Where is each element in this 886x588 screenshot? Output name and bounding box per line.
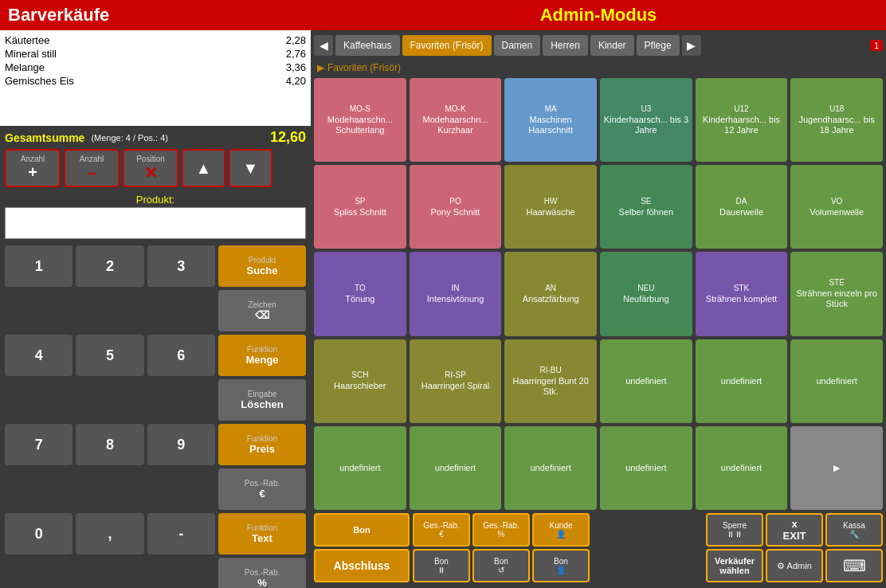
arrow-up-button[interactable]: ▲ — [182, 149, 225, 187]
product-hw[interactable]: HW Haarwäsche — [504, 165, 597, 249]
product-label: Produkt: — [5, 194, 306, 206]
bon-reopen-button[interactable]: Bon↺ — [472, 549, 530, 582]
bon-abschluss-top-button[interactable]: Bon — [314, 513, 410, 547]
anzahl-minus-button[interactable]: Anzahl – — [64, 149, 120, 187]
pos-rab-pct-button[interactable]: Pos.-Rab. % — [218, 558, 306, 588]
order-item: Mineral still2,76 — [3, 47, 308, 61]
main-layout: Käutertee2,28 Mineral still2,76 Melange3… — [0, 30, 886, 588]
funktion-text-button[interactable]: Funktion Text — [218, 513, 306, 555]
pos-rab-eur-button[interactable]: Pos.-Rab. € — [218, 468, 306, 510]
tab-next-button[interactable]: ▶ — [682, 35, 701, 56]
product-in[interactable]: IN Intensivtönung — [410, 252, 502, 335]
product-undef-5[interactable]: undefiniert — [410, 426, 502, 510]
numpad-5[interactable]: 5 — [76, 335, 143, 376]
product-next-arrow[interactable]: ▶ — [790, 426, 883, 510]
bottom-bar: Bon Abschluss Ges.-Rab.€ Ges.-Rab.% Kund… — [314, 513, 883, 585]
keyboard-button[interactable]: ⌨ — [825, 549, 883, 582]
product-po[interactable]: PO Pony Schnitt — [410, 165, 502, 249]
product-undef-6[interactable]: undefiniert — [504, 426, 597, 510]
product-da[interactable]: DA Dauerwelle — [696, 165, 788, 249]
tab-kaffeehaus[interactable]: Kaffeehaus — [335, 35, 400, 56]
verkaeufer-waehlen-button[interactable]: Verkäuferwählen — [706, 549, 763, 582]
product-undef-1[interactable]: undefiniert — [600, 339, 692, 423]
product-undef-3[interactable]: undefiniert — [790, 339, 883, 423]
bon-abschluss-section: Bon Abschluss — [314, 513, 410, 585]
admin-button[interactable]: ⚙ Admin — [766, 549, 823, 582]
numpad-7[interactable]: 7 — [5, 424, 73, 465]
kunde-button[interactable]: Kunde👤 — [532, 513, 590, 547]
anzahl-plus-button[interactable]: Anzahl + — [5, 149, 61, 187]
numpad-0[interactable]: 0 — [5, 513, 73, 555]
product-to[interactable]: TO Tönung — [314, 252, 406, 335]
zeichen-backspace-button[interactable]: Zeichen ⌫ — [218, 290, 306, 331]
mode-title: Admin-Modus — [540, 5, 657, 25]
tab-pflege[interactable]: Pflege — [637, 35, 680, 56]
product-undef-8[interactable]: undefiniert — [696, 426, 788, 510]
product-sch[interactable]: SCH Haarschieber — [314, 339, 406, 423]
ges-rab-eur-button[interactable]: Ges.-Rab.€ — [413, 513, 470, 547]
sperre-button[interactable]: Sperre⏸⏸ — [706, 513, 763, 547]
numpad-4[interactable]: 4 — [5, 335, 73, 376]
numpad-2[interactable]: 2 — [76, 245, 143, 287]
product-mo-s[interactable]: MO-S Modehaarschn... Schulterlang — [314, 78, 406, 162]
product-input[interactable] — [5, 207, 306, 239]
left-panel: Käutertee2,28 Mineral still2,76 Melange3… — [0, 30, 311, 588]
product-stk[interactable]: STK Strähnen komplett — [696, 252, 788, 335]
position-button[interactable]: Position ✕ — [123, 149, 178, 187]
produkt-suche-button[interactable]: Produkt Suche — [218, 245, 306, 287]
kassa-button[interactable]: Kassa🔧 — [825, 513, 883, 547]
bon-pause-button[interactable]: Bon⏸ — [413, 549, 470, 582]
ges-rab-pct-button[interactable]: Ges.-Rab.% — [472, 513, 530, 547]
tab-favoriten-frisor[interactable]: Favoriten (Frisör) — [402, 35, 492, 56]
product-se[interactable]: SE Selber föhnen — [600, 165, 692, 249]
abschluss-button[interactable]: Abschluss — [314, 549, 410, 582]
tab-herren[interactable]: Herren — [543, 35, 588, 56]
right-panel: ◀ Kaffeehaus Favoriten (Frisör) Damen He… — [311, 30, 886, 588]
side-buttons: Produkt Suche Zeichen ⌫ Funktion Menge E… — [218, 245, 306, 588]
numpad-8[interactable]: 8 — [76, 424, 143, 465]
tab-badge: 1 — [870, 40, 883, 51]
numpad-section: 1 2 3 4 5 6 7 8 9 0 , - Produkt Suche Ze… — [0, 242, 311, 588]
tab-damen[interactable]: Damen — [494, 35, 541, 56]
product-mo-k[interactable]: MO-K Modehaarschn... Kurzhaar — [410, 78, 502, 162]
product-u12[interactable]: U12 Kinderhaarsch... bis 12 Jahre — [696, 78, 788, 162]
tab-kinder[interactable]: Kinder — [590, 35, 634, 56]
numpad-9[interactable]: 9 — [147, 424, 215, 465]
exit-button[interactable]: xEXIT — [766, 513, 823, 547]
numpad-1[interactable]: 1 — [5, 245, 73, 287]
product-undef-7[interactable]: undefiniert — [600, 426, 692, 510]
breadcrumb: ▶ Favoriten (Frisör) — [314, 61, 883, 75]
product-ri-bu[interactable]: RI-BU Haarringerl Bunt 20 Stk. — [504, 339, 597, 423]
tab-prev-button[interactable]: ◀ — [314, 35, 333, 56]
tab-bar: ◀ Kaffeehaus Favoriten (Frisör) Damen He… — [314, 33, 883, 57]
order-item: Gemisches Eis4,20 — [3, 74, 308, 88]
header: Barverkäufe Admin-Modus — [0, 0, 886, 30]
bon-user-button[interactable]: Bon👤 — [532, 549, 590, 582]
product-sp[interactable]: SP Spliss Schnitt — [314, 165, 406, 249]
product-neu[interactable]: NEU Neufärbung — [600, 252, 692, 335]
product-ste[interactable]: STE Strähnen einzeln pro Stück — [790, 252, 883, 335]
product-u18[interactable]: U18 Jugendhaarsc... bis 18 Jahre — [790, 78, 883, 162]
menge-info: (Menge: 4 / Pos.: 4) — [91, 133, 168, 143]
eingabe-loeschen-button[interactable]: Eingabe Löschen — [218, 379, 306, 421]
product-ri-sp[interactable]: RI-SP Haarringerl Spiral — [410, 339, 502, 423]
numpad-comma[interactable]: , — [76, 513, 143, 555]
product-undef-4[interactable]: undefiniert — [314, 426, 406, 510]
total-amount: 12,60 — [270, 129, 306, 146]
right-action-buttons: Sperre⏸⏸ Verkäuferwählen xEXIT ⚙ Admin — [706, 513, 883, 585]
product-an[interactable]: AN Ansatzfärbung — [504, 252, 597, 335]
funktion-menge-button[interactable]: Funktion Menge — [218, 335, 306, 376]
product-grid: MO-S Modehaarschn... Schulterlang MO-K M… — [314, 78, 883, 510]
product-vo[interactable]: VO Volumenwelle — [790, 165, 883, 249]
product-u3[interactable]: U3 Kinderhaarsch... bis 3 Jahre — [600, 78, 692, 162]
order-list: Käutertee2,28 Mineral still2,76 Melange3… — [0, 30, 311, 126]
numpad-6[interactable]: 6 — [147, 335, 215, 376]
product-section: Produkt: — [0, 190, 311, 242]
product-ma[interactable]: MA Maschinen Haarschnitt — [504, 78, 597, 162]
numpad-minus[interactable]: - — [147, 513, 215, 555]
arrow-down-button[interactable]: ▼ — [229, 149, 272, 187]
breadcrumb-arrow: ▶ — [317, 62, 324, 73]
numpad-3[interactable]: 3 — [147, 245, 215, 287]
product-undef-2[interactable]: undefiniert — [696, 339, 788, 423]
funktion-preis-button[interactable]: Funktion Preis — [218, 424, 306, 465]
